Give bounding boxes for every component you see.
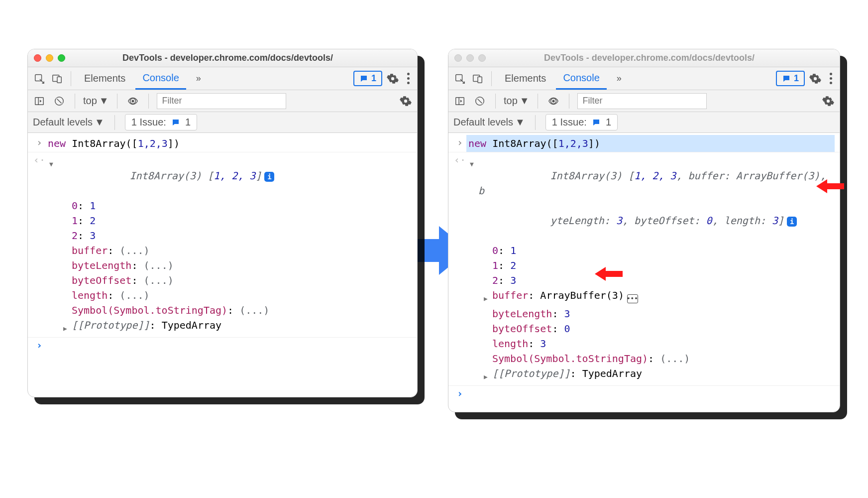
inspect-element-icon[interactable] xyxy=(32,71,47,86)
messages-badge[interactable]: 1 xyxy=(353,71,382,86)
tree-property-row[interactable]: length: 3 xyxy=(482,336,833,351)
tree-index-row[interactable]: 1: 2 xyxy=(482,258,833,273)
tree-property-row[interactable]: byteOffset: (...) xyxy=(62,273,410,288)
main-tabs-bar: Elements Console » 1 xyxy=(448,67,840,90)
titlebar[interactable]: DevTools - developer.chrome.com/docs/dev… xyxy=(448,49,840,67)
console-settings-icon[interactable] xyxy=(398,94,413,109)
info-badge-icon[interactable]: i xyxy=(787,217,797,227)
tab-more[interactable]: » xyxy=(610,67,629,90)
issues-count: 1 xyxy=(185,117,191,128)
svg-marker-16 xyxy=(595,267,623,281)
sidebar-toggle-icon[interactable] xyxy=(32,94,47,109)
console-input-echo: new Int8Array([1,2,3]) xyxy=(466,135,835,152)
settings-icon[interactable] xyxy=(808,71,823,86)
tab-more[interactable]: » xyxy=(189,67,208,90)
tree-index-row[interactable]: 1: 2 xyxy=(62,213,410,228)
console-prompt[interactable] xyxy=(46,338,412,340)
minimize-icon[interactable] xyxy=(46,54,53,62)
tab-console[interactable]: Console xyxy=(556,67,606,90)
devtools-window-after: DevTools - developer.chrome.com/docs/dev… xyxy=(448,49,840,412)
sidebar-toggle-icon[interactable] xyxy=(452,94,467,109)
tree-property-row[interactable]: length: (...) xyxy=(62,288,410,303)
context-selector[interactable]: top ▼ xyxy=(504,95,530,107)
tab-elements[interactable]: Elements xyxy=(77,67,132,90)
object-preview[interactable]: ▼ Int8Array(3) [1, 2, 3]i xyxy=(48,153,410,198)
separator xyxy=(569,94,569,109)
zoom-icon[interactable] xyxy=(478,54,486,62)
tree-prototype-row[interactable]: ▶[[Prototype]]: TypedArray xyxy=(62,318,410,336)
issues-prefix: 1 Issue: xyxy=(131,117,166,128)
titlebar[interactable]: DevTools - developer.chrome.com/docs/dev… xyxy=(28,49,417,67)
tree-index-row[interactable]: 0: 1 xyxy=(62,198,410,213)
prompt-ready-icon[interactable]: › xyxy=(453,386,466,401)
main-tabs-bar: Elements Console » 1 xyxy=(28,67,417,90)
log-levels-selector[interactable]: Default levels ▼ xyxy=(453,117,525,128)
clear-console-icon[interactable] xyxy=(52,94,67,109)
issues-count: 1 xyxy=(606,117,611,128)
svg-point-7 xyxy=(132,100,134,102)
close-icon[interactable] xyxy=(454,54,462,62)
tree-index-row[interactable]: 2: 3 xyxy=(482,273,833,288)
dropdown-icon: ▼ xyxy=(99,95,109,107)
separator xyxy=(495,94,496,109)
devtools-window-before: DevTools - developer.chrome.com/docs/dev… xyxy=(27,49,418,397)
tree-property-row[interactable]: Symbol(Symbol.toStringTag): (...) xyxy=(62,303,410,318)
live-expression-icon[interactable] xyxy=(125,94,140,109)
separator xyxy=(538,94,538,109)
disclosure-closed-icon[interactable]: ▶ xyxy=(482,288,489,306)
tree-buffer-row[interactable]: ▶buffer: ArrayBuffer(3) xyxy=(482,288,833,306)
callout-arrow-icon xyxy=(595,265,623,285)
disclosure-closed-icon[interactable]: ▶ xyxy=(62,318,69,336)
log-levels-selector[interactable]: Default levels ▼ xyxy=(33,117,105,128)
disclosure-closed-icon[interactable]: ▶ xyxy=(482,366,489,384)
tree-property-row[interactable]: byteLength: 3 xyxy=(482,306,833,321)
context-selector[interactable]: top ▼ xyxy=(83,95,109,107)
tree-property-row[interactable]: byteOffset: 0 xyxy=(482,321,833,336)
issues-pill[interactable]: 1 Issue: 1 xyxy=(125,114,197,130)
kebab-menu-icon[interactable] xyxy=(403,73,413,84)
console-settings-icon[interactable] xyxy=(821,94,836,109)
memory-inspector-icon[interactable] xyxy=(627,294,638,303)
tree-index-row[interactable]: 2: 3 xyxy=(62,228,410,243)
zoom-icon[interactable] xyxy=(58,54,65,62)
tree-index-row[interactable]: 0: 1 xyxy=(482,243,833,258)
separator xyxy=(535,115,536,130)
console-input-echo: new Int8Array([1,2,3]) xyxy=(46,135,412,152)
clear-console-icon[interactable] xyxy=(472,94,487,109)
dropdown-icon: ▼ xyxy=(515,117,525,128)
minimize-icon[interactable] xyxy=(466,54,474,62)
tree-property-row[interactable]: byteLength: (...) xyxy=(62,258,410,273)
live-expression-icon[interactable] xyxy=(546,94,561,109)
close-icon[interactable] xyxy=(34,54,41,62)
context-label: top xyxy=(504,95,518,107)
console-output-right: › new Int8Array([1,2,3]) ‹· ▼ Int8Array(… xyxy=(448,133,840,412)
prompt-ready-icon[interactable]: › xyxy=(33,338,46,353)
window-controls[interactable] xyxy=(34,54,65,62)
object-preview[interactable]: ▼ Int8Array(3) [1, 2, 3, buffer: ArrayBu… xyxy=(468,153,833,243)
messages-badge[interactable]: 1 xyxy=(776,71,805,86)
filter-input[interactable] xyxy=(577,93,707,109)
settings-icon[interactable] xyxy=(385,71,400,86)
device-toolbar-icon[interactable] xyxy=(470,71,485,86)
window-controls[interactable] xyxy=(454,54,486,62)
disclosure-open-icon[interactable]: ▼ xyxy=(48,153,55,172)
console-toolbar: top ▼ xyxy=(448,90,840,112)
separator xyxy=(71,71,71,86)
inspect-element-icon[interactable] xyxy=(452,71,467,86)
prompt-out-icon: ‹· xyxy=(33,152,46,167)
console-filter-bar: Default levels ▼ 1 Issue: 1 xyxy=(28,112,417,133)
tree-prototype-row[interactable]: ▶[[Prototype]]: TypedArray xyxy=(482,366,833,384)
prompt-in-icon: › xyxy=(33,135,46,150)
issues-pill[interactable]: 1 Issue: 1 xyxy=(545,114,618,130)
tab-console[interactable]: Console xyxy=(135,67,186,90)
console-prompt[interactable] xyxy=(466,386,835,388)
disclosure-open-icon[interactable]: ▼ xyxy=(468,153,475,172)
info-badge-icon[interactable]: i xyxy=(264,172,274,182)
filter-input[interactable] xyxy=(157,93,286,109)
tree-property-row[interactable]: buffer: (...) xyxy=(62,243,410,258)
device-toolbar-icon[interactable] xyxy=(50,71,65,86)
tab-elements[interactable]: Elements xyxy=(498,67,553,90)
context-label: top xyxy=(83,95,97,107)
kebab-menu-icon[interactable] xyxy=(826,73,836,84)
tree-property-row[interactable]: Symbol(Symbol.toStringTag): (...) xyxy=(482,351,833,366)
